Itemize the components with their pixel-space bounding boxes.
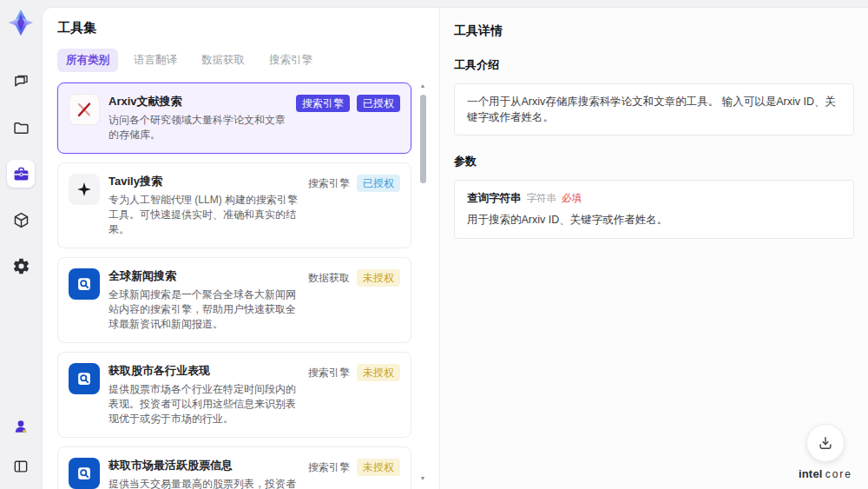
- tool-card-most-active-stocks[interactable]: 获取市场最活跃股票信息 提供当天交易量最高的股票列表，投资者可以利用这些信息来识…: [57, 446, 411, 489]
- auth-status-badge: 已授权: [357, 175, 400, 192]
- tab-data-fetch[interactable]: 数据获取: [193, 49, 253, 72]
- tool-description: 访问各个研究领域大量科学论文和文章的存储库。: [108, 113, 287, 142]
- auth-status-badge: 未授权: [357, 364, 400, 381]
- arxiv-logo-icon: [69, 94, 100, 125]
- app-root: 工具集 所有类别 语言翻译 数据获取 搜索引擎 A: [0, 0, 868, 489]
- tool-description: 全球新闻搜索是一个聚合全球各大新闻网站内容的搜索引擎，帮助用户快速获取全球最新资…: [108, 287, 299, 332]
- cube-icon[interactable]: [7, 206, 35, 234]
- tool-list: Arxiv文献搜索 访问各个研究领域大量科学论文和文章的存储库。 搜索引擎 已授…: [57, 83, 411, 489]
- four-point-star-icon: [69, 174, 100, 205]
- folder-icon[interactable]: [7, 114, 35, 142]
- gear-icon[interactable]: [7, 252, 35, 280]
- app-logo: [5, 7, 36, 38]
- category-tabs: 所有类别 语言翻译 数据获取 搜索引擎: [57, 49, 411, 72]
- category-badge: 搜索引擎: [296, 95, 350, 112]
- tab-all-categories[interactable]: 所有类别: [57, 49, 118, 72]
- tool-name: 获取股市各行业表现: [108, 363, 299, 379]
- param-name: 查询字符串: [467, 191, 522, 206]
- category-label: 数据获取: [308, 269, 350, 287]
- corner-widgets: intel core: [799, 424, 852, 480]
- scrollbar-thumb[interactable]: [420, 95, 426, 183]
- blue-search-icon: [69, 363, 100, 394]
- category-label: 搜索引擎: [308, 175, 350, 192]
- panel-toggle-icon[interactable]: [7, 453, 35, 480]
- download-button[interactable]: [806, 424, 845, 462]
- intel-wordmark: intel: [799, 467, 823, 480]
- detail-title: 工具详情: [454, 23, 854, 39]
- param-required-flag: 必填: [562, 192, 582, 205]
- chat-icon[interactable]: [7, 68, 35, 96]
- tool-name: Arxiv文献搜索: [108, 94, 287, 109]
- left-rail: [0, 0, 42, 489]
- tool-name: Tavily搜索: [108, 174, 299, 189]
- tool-name: 全球新闻搜索: [108, 268, 299, 284]
- rail-bottom: [7, 413, 35, 480]
- rail-nav: [7, 68, 35, 280]
- tab-search-engine[interactable]: 搜索引擎: [260, 49, 321, 72]
- params-heading: 参数: [454, 154, 854, 169]
- param-description: 用于搜索的Arxiv ID、关键字或作者姓名。: [467, 212, 841, 228]
- tool-detail-panel: 工具详情 工具介绍 一个用于从Arxiv存储库搜索科学论文和文章的工具。 输入可…: [440, 8, 868, 489]
- tool-card-arxiv[interactable]: Arxiv文献搜索 访问各个研究领域大量科学论文和文章的存储库。 搜索引擎 已授…: [57, 83, 411, 154]
- scroll-down-arrow[interactable]: ▼: [420, 475, 426, 482]
- list-scrollbar[interactable]: ▲ ▼: [418, 83, 427, 482]
- tool-description: 提供当天交易量最高的股票列表，投资者可以利用这些信息来识别流动性强的股票和潜在的…: [108, 477, 299, 489]
- tool-card-sector-performance[interactable]: 获取股市各行业表现 提供股票市场各个行业在特定时间段内的表现。投资者可以利用这些…: [57, 352, 411, 438]
- tool-description: 专为人工智能代理 (LLM) 构建的搜索引擎工具。可快速提供实时、准确和真实的结…: [108, 193, 299, 237]
- auth-status-badge: 未授权: [357, 459, 400, 476]
- auth-status-badge: 已授权: [357, 95, 400, 112]
- category-label: 搜索引擎: [308, 459, 350, 476]
- scroll-up-arrow[interactable]: ▲: [420, 83, 426, 89]
- tool-description: 提供股票市场各个行业在特定时间段内的表现。投资者可以利用这些信息来识别表现优于或…: [108, 382, 299, 426]
- blue-search-icon: [69, 458, 100, 489]
- tool-name: 获取市场最活跃股票信息: [108, 458, 299, 473]
- tab-language-translation[interactable]: 语言翻译: [125, 49, 186, 72]
- core-wordmark: core: [825, 468, 852, 480]
- toolset-column: 工具集 所有类别 语言翻译 数据获取 搜索引擎 A: [43, 8, 440, 489]
- tool-intro-text: 一个用于从Arxiv存储库搜索科学论文和文章的工具。 输入可以是Arxiv ID…: [454, 83, 854, 135]
- user-avatar-icon[interactable]: [7, 413, 35, 440]
- tool-card-global-news[interactable]: 全球新闻搜索 全球新闻搜索是一个聚合全球各大新闻网站内容的搜索引擎，帮助用户快速…: [57, 257, 411, 343]
- tool-card-tavily[interactable]: Tavily搜索 专为人工智能代理 (LLM) 构建的搜索引擎工具。可快速提供实…: [57, 162, 411, 248]
- page-title: 工具集: [57, 20, 411, 36]
- auth-status-badge: 未授权: [357, 269, 400, 287]
- category-label: 搜索引擎: [308, 364, 350, 381]
- param-type: 字符串: [527, 192, 557, 205]
- intro-heading: 工具介绍: [454, 57, 854, 73]
- main-panel: 工具集 所有类别 语言翻译 数据获取 搜索引擎 A: [42, 7, 868, 489]
- scrollbar-track[interactable]: [419, 89, 427, 475]
- parameter-item: 查询字符串 字符串 必填 用于搜索的Arxiv ID、关键字或作者姓名。: [454, 180, 854, 239]
- toolbox-icon[interactable]: [7, 160, 35, 188]
- blue-search-icon: [69, 268, 100, 300]
- intel-core-logo: intel core: [799, 467, 852, 480]
